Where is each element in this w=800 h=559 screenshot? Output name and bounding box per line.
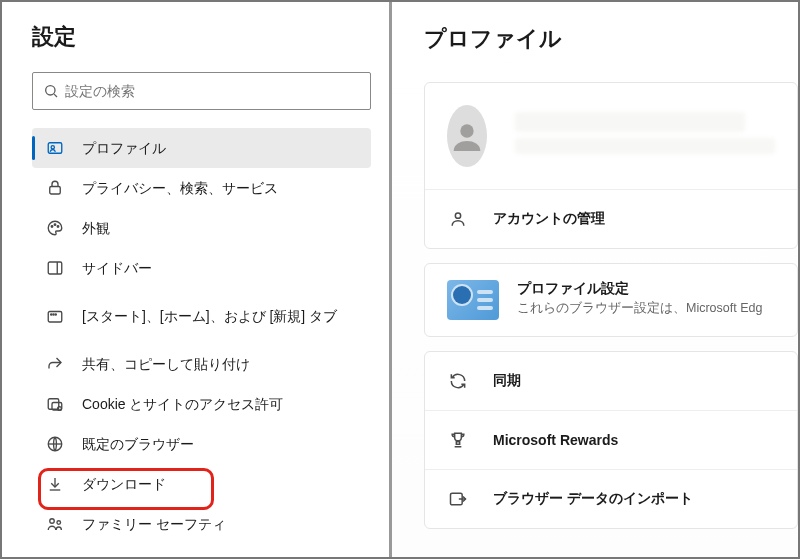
tabs-icon xyxy=(44,305,66,327)
sidebar-item-profile[interactable]: プロファイル xyxy=(32,128,371,168)
svg-point-19 xyxy=(57,521,61,525)
sidebar-item-label: プロファイル xyxy=(82,139,363,157)
avatar xyxy=(447,105,487,167)
profile-settings-card[interactable]: プロファイル設定 これらのブラウザー設定は、Microsoft Edg xyxy=(424,263,798,337)
main-content: プロファイル アカウントの管理 xyxy=(392,2,798,557)
sidebar-item-label: プライバシー、検索、サービス xyxy=(82,179,363,197)
sync-label: 同期 xyxy=(493,372,775,390)
sidebar-item-label: [スタート]、[ホーム]、および [新規] タブ xyxy=(82,307,363,325)
sidebar-item-share-copy-paste[interactable]: 共有、コピーして貼り付け xyxy=(32,344,371,384)
sidebar-item-label: 共有、コピーして貼り付け xyxy=(82,355,363,373)
sidebar-item-default-browser[interactable]: 既定のブラウザー xyxy=(32,424,371,464)
svg-point-0 xyxy=(46,86,55,95)
sidebar-item-sidebar[interactable]: サイドバー xyxy=(32,248,371,288)
settings-search-input[interactable] xyxy=(65,83,362,99)
import-label: ブラウザー データのインポート xyxy=(493,490,775,508)
sidebar-item-label: 既定のブラウザー xyxy=(82,435,363,453)
trophy-icon xyxy=(447,429,469,451)
import-row[interactable]: ブラウザー データのインポート xyxy=(425,469,797,528)
sidebar-item-family-safety[interactable]: ファミリー セーフティ xyxy=(32,504,371,544)
page-title: プロファイル xyxy=(424,24,798,54)
svg-point-5 xyxy=(51,226,53,228)
profile-options-card: 同期 Microsoft Rewards ブラウザー データのインポート xyxy=(424,351,798,529)
svg-point-21 xyxy=(455,213,460,218)
profile-name-block xyxy=(515,112,775,160)
svg-point-12 xyxy=(53,314,54,315)
profile-icon xyxy=(44,137,66,159)
profile-settings-title: プロファイル設定 xyxy=(517,280,629,296)
sidebar-item-downloads[interactable]: ダウンロード xyxy=(32,464,371,504)
svg-line-1 xyxy=(54,94,57,97)
profile-header xyxy=(425,83,797,190)
svg-point-13 xyxy=(55,314,56,315)
profile-email-redacted xyxy=(515,138,775,154)
manage-account-row[interactable]: アカウントの管理 xyxy=(425,190,797,248)
sidebar-item-start-home-newtab[interactable]: [スタート]、[ホーム]、および [新規] タブ xyxy=(32,288,371,344)
manage-account-label: アカウントの管理 xyxy=(493,210,775,228)
cookie-icon xyxy=(44,393,66,415)
rewards-row[interactable]: Microsoft Rewards xyxy=(425,410,797,469)
sidebar-title: 設定 xyxy=(32,22,371,52)
sidebar-item-label: ファミリー セーフティ xyxy=(82,515,363,533)
svg-point-20 xyxy=(460,124,473,137)
sidebar-item-appearance[interactable]: 外観 xyxy=(32,208,371,248)
svg-rect-4 xyxy=(50,187,61,195)
settings-sidebar: 設定 プロファイル プライバシー、検索、サービス xyxy=(2,2,392,557)
browser-icon xyxy=(44,433,66,455)
profile-settings-subtitle: これらのブラウザー設定は、Microsoft Edg xyxy=(517,300,775,317)
sidebar-item-label: Cookie とサイトのアクセス許可 xyxy=(82,395,363,413)
person-icon xyxy=(447,208,469,230)
svg-rect-10 xyxy=(48,312,62,323)
palette-icon xyxy=(44,217,66,239)
settings-search-box[interactable] xyxy=(32,72,371,110)
svg-rect-8 xyxy=(48,262,62,274)
profile-settings-icon xyxy=(447,280,499,320)
download-icon xyxy=(44,473,66,495)
svg-point-7 xyxy=(57,226,59,228)
sidebar-item-label: ダウンロード xyxy=(82,475,363,493)
sidebar-item-label: 外観 xyxy=(82,219,363,237)
lock-icon xyxy=(44,177,66,199)
search-icon xyxy=(41,81,61,101)
rewards-label: Microsoft Rewards xyxy=(493,432,775,448)
svg-point-18 xyxy=(50,519,55,524)
panel-icon xyxy=(44,257,66,279)
share-icon xyxy=(44,353,66,375)
sidebar-nav: プロファイル プライバシー、検索、サービス 外観 サイドバー xyxy=(32,128,371,544)
profile-card: アカウントの管理 xyxy=(424,82,798,249)
svg-point-16 xyxy=(58,407,62,411)
svg-point-3 xyxy=(51,146,54,149)
svg-point-6 xyxy=(54,224,56,226)
family-icon xyxy=(44,513,66,535)
sidebar-item-label: サイドバー xyxy=(82,259,363,277)
sidebar-item-privacy[interactable]: プライバシー、検索、サービス xyxy=(32,168,371,208)
sidebar-item-cookies[interactable]: Cookie とサイトのアクセス許可 xyxy=(32,384,371,424)
sync-icon xyxy=(447,370,469,392)
import-icon xyxy=(447,488,469,510)
svg-point-11 xyxy=(51,314,52,315)
sync-row[interactable]: 同期 xyxy=(425,352,797,410)
profile-name-redacted xyxy=(515,112,745,132)
